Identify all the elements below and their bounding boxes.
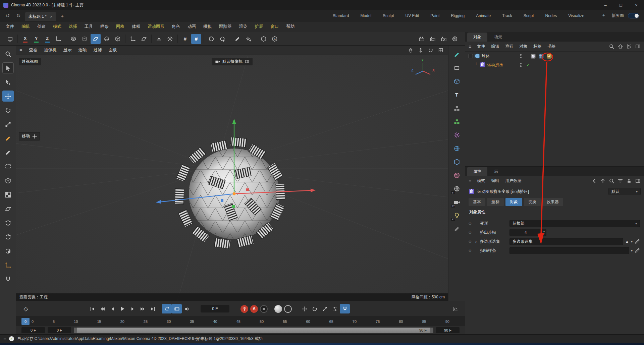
next-frame-button[interactable]	[127, 304, 138, 313]
timeline-ruler[interactable]: 0 051015202530354045505560657075808590	[16, 317, 465, 326]
menu-item[interactable]: 体积	[128, 24, 144, 30]
recent-tool[interactable]	[5, 34, 15, 44]
axis-settings[interactable]	[217, 34, 227, 44]
axis-lock-x[interactable]: X	[20, 34, 30, 44]
fcurve-window-button[interactable]	[450, 304, 460, 313]
enabled-check-icon[interactable]: ✓	[526, 62, 530, 67]
lock-icon[interactable]	[626, 178, 632, 184]
render-dot[interactable]	[520, 57, 522, 58]
section-tab[interactable]: 变换	[524, 198, 541, 206]
layout-model[interactable]: Model	[360, 13, 371, 18]
matrix[interactable]	[451, 116, 463, 127]
volume-mesher-tool[interactable]: A	[270, 34, 280, 44]
layout-script[interactable]: Script	[524, 13, 534, 18]
layout-paint[interactable]: Paint	[430, 13, 439, 18]
live-selection[interactable]	[2, 62, 14, 73]
volume-builder[interactable]	[451, 156, 463, 167]
section-tab[interactable]: 对象	[505, 198, 522, 206]
object-row[interactable]: └运动挤压✓	[465, 60, 644, 69]
range-slider[interactable]: 90 F	[74, 328, 433, 333]
spline-pen[interactable]	[451, 49, 463, 60]
section-tab[interactable]: 效果器	[542, 198, 563, 206]
spinner-up-icon[interactable]: ▲	[543, 230, 545, 232]
axis-lock-y[interactable]: Y	[31, 34, 41, 44]
random-effector[interactable]	[451, 129, 463, 140]
editor-dot[interactable]	[520, 63, 522, 64]
layout-visualize[interactable]: Visualize	[568, 13, 584, 18]
modeling-settings[interactable]	[165, 34, 175, 44]
menu-item[interactable]: 选择	[65, 24, 81, 30]
play-mode-toggle[interactable]	[172, 304, 182, 313]
menu-item[interactable]: 渲染	[235, 24, 251, 30]
viewport-menu-item[interactable]: 选项	[75, 47, 90, 53]
current-frame-field[interactable]: 0 F	[201, 305, 229, 312]
grid-snap[interactable]: #	[180, 34, 190, 44]
field[interactable]	[451, 143, 463, 154]
render-dot[interactable]	[520, 65, 522, 67]
orientation-gizmo[interactable]: Y X Z	[411, 59, 435, 80]
polygons-mode[interactable]	[2, 245, 14, 256]
record-parameter-toggle[interactable]	[330, 304, 340, 313]
object-name[interactable]: 运动挤压	[487, 62, 503, 68]
record-options-button[interactable]	[274, 305, 282, 313]
camera-menu-icon[interactable]	[245, 59, 249, 64]
back-icon[interactable]	[591, 178, 597, 184]
panel-tab[interactable]: 场景	[488, 33, 508, 42]
workplane[interactable]	[139, 34, 149, 44]
new-ui-toggle[interactable]	[628, 13, 639, 18]
panel-tab[interactable]: 层	[488, 167, 504, 176]
coordinate-system[interactable]	[53, 34, 63, 44]
make-editable[interactable]	[2, 133, 14, 144]
menu-item[interactable]: 编辑	[18, 24, 34, 30]
close-button[interactable]: ×	[629, 0, 644, 10]
marquee-selection[interactable]	[2, 161, 14, 172]
panel-icon[interactable]	[635, 178, 641, 184]
menu-item[interactable]: 用户数据	[502, 178, 524, 184]
object-name[interactable]: 球体	[482, 53, 490, 59]
menu-item[interactable]: 动画	[184, 24, 200, 30]
add-tab-button[interactable]: +	[58, 12, 66, 20]
hierarchy-icon[interactable]	[626, 44, 632, 49]
menu-item[interactable]: 文件	[474, 44, 488, 49]
phong-tag[interactable]	[530, 53, 536, 59]
keyframe-selection-button[interactable]	[260, 305, 268, 313]
view-name-label[interactable]: 透视视图	[19, 58, 41, 65]
keyframe-dot-icon[interactable]: ◇	[469, 239, 475, 244]
search-icon[interactable]	[609, 44, 614, 49]
motion-system-button[interactable]	[284, 305, 292, 313]
menu-item[interactable]: 样条	[97, 24, 112, 30]
viewport-canvas[interactable]: 透视视图 默认摄像机 移动	[16, 55, 448, 301]
viewport-menu-item[interactable]: 面板	[105, 47, 120, 53]
range-start-field[interactable]: 0 F	[48, 327, 71, 333]
menu-item[interactable]: 书签	[544, 44, 558, 49]
menu-item[interactable]: 编辑	[488, 44, 502, 49]
texture-mode[interactable]	[2, 189, 14, 200]
layout-sculpt[interactable]: Sculpt	[383, 13, 394, 18]
section-tab[interactable]: 坐标	[487, 198, 504, 206]
panel-menu-icon[interactable]: ≡	[469, 44, 471, 49]
light-object[interactable]: ST	[451, 210, 463, 221]
menu-item[interactable]: 扩展	[251, 24, 267, 30]
menu-item[interactable]: 工具	[81, 24, 97, 30]
snap-tool[interactable]	[2, 274, 14, 285]
edges-mode[interactable]	[2, 231, 14, 242]
go-to-end-button[interactable]	[148, 304, 158, 313]
keyframe-navigation-button[interactable]: ◇	[21, 304, 31, 313]
menu-item[interactable]: 角色	[168, 24, 184, 30]
range-handle-left[interactable]	[74, 328, 77, 333]
section-tab[interactable]: 基本	[469, 198, 485, 206]
add-layout-button[interactable]: +	[600, 11, 608, 19]
camera-label[interactable]: 默认摄像机	[212, 58, 253, 65]
axis-lock-z[interactable]: Z	[42, 34, 52, 44]
sky-object[interactable]: ST	[451, 183, 463, 194]
layout-nodes[interactable]: Nodes	[545, 13, 557, 18]
model-mode[interactable]	[2, 175, 14, 186]
enable-axis-mode[interactable]	[2, 260, 14, 271]
selection-tag-icon[interactable]: ▲	[625, 239, 629, 244]
search-icon[interactable]	[609, 178, 614, 184]
view-rotate[interactable]	[427, 47, 435, 54]
spline-settings[interactable]	[244, 34, 254, 44]
keyframe-dot-icon[interactable]: ◇	[469, 221, 475, 226]
record-rotation-toggle[interactable]	[310, 304, 320, 313]
enable-axis[interactable]	[206, 34, 216, 44]
